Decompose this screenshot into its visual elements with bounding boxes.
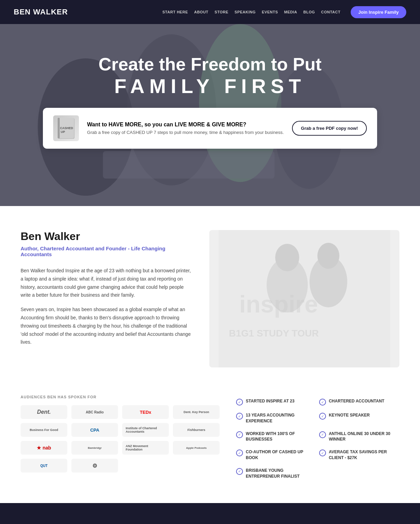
logo-dent: Dent. [21, 405, 67, 419]
hero-text: Create the Freedom to Put FAMILY FIRST [98, 54, 322, 98]
hero-section: Create the Freedom to Put FAMILY FIRST C… [0, 24, 420, 206]
logo-apple-podcasts: Apple Podcasts [173, 441, 220, 455]
main-nav: START HERE ABOUT STORE SPEAKING EVENTS M… [162, 10, 340, 14]
book-icon: CASHED UP [53, 115, 79, 141]
nav-store[interactable]: STORE [214, 10, 228, 14]
join-inspire-family-button[interactable]: Join Inspire Family [351, 6, 406, 18]
cta-headline: Want to HAVE MORE, so you can LIVE MORE … [87, 122, 284, 128]
svg-text:B1G1 STUDY TOUR: B1G1 STUDY TOUR [229, 328, 319, 339]
checkmark-icon: ✓ [236, 468, 243, 475]
stat-text: CHARTERED ACCOUNTANT [329, 398, 384, 404]
stat-text: 13 YEARS ACCOUNTING EXPERIENCE [246, 412, 314, 424]
checkmark-icon: ✓ [319, 431, 326, 438]
about-name: Ben Walker [21, 230, 192, 243]
logo-bfg: Business For Good [21, 423, 67, 437]
logo-abc: ABC Radio [71, 405, 118, 419]
logo-anz: ANZ Movement Foundation [122, 441, 169, 455]
logo-bambridgr: Bambridgr [71, 441, 118, 455]
checkmark-icon: ✓ [319, 413, 326, 420]
stat-item: ✓ AVERAGE TAX SAVINGS PER CLIENT - $27K [316, 446, 399, 464]
hero-line2: FAMILY FIRST [98, 75, 322, 98]
svg-rect-5 [103, 151, 275, 179]
checkmark-icon: ✓ [319, 449, 326, 456]
checkmark-icon: ✓ [236, 449, 243, 456]
stat-item: ✓ BRISBANE YOUNG ENTREPRENEUR FINALIST [233, 464, 316, 483]
checkmark-icon: ✓ [319, 399, 326, 406]
logo-qut: QUT [21, 459, 67, 472]
cta-banner: CASHED UP Want to HAVE MORE, so you can … [43, 108, 377, 149]
hero-line1: Create the Freedom to Put [98, 54, 322, 75]
stat-text: WORKED WITH 100'S OF BUSINESSES [246, 431, 314, 443]
checkmark-icon: ✓ [236, 413, 243, 420]
stat-text: STARTED INSPIRE AT 23 [246, 398, 294, 404]
stat-text: BRISBANE YOUNG ENTREPRENEUR FINALIST [246, 468, 314, 479]
about-title: Author, Chartered Accountant and Founder… [21, 246, 192, 257]
logos-grid: Dent. ABC Radio TEDx Dent. Key Person Bu… [21, 405, 220, 472]
header-right: START HERE ABOUT STORE SPEAKING EVENTS M… [162, 6, 406, 18]
nav-about[interactable]: ABOUT [194, 10, 209, 14]
stat-item: ✓ STARTED INSPIRE AT 23 [233, 395, 316, 409]
svg-rect-8 [58, 118, 60, 138]
svg-point-13 [275, 244, 299, 271]
stat-text: KEYNOTE SPEAKER [329, 412, 370, 418]
about-para1: Ben Walker founded Inspire at the age of… [21, 267, 192, 299]
svg-point-15 [317, 243, 339, 269]
nav-media[interactable]: MEDIA [284, 10, 297, 14]
svg-text:CASHED: CASHED [60, 126, 73, 130]
stat-text: AVERAGE TAX SAVINGS PER CLIENT - $27K [329, 449, 397, 461]
checkmark-icon: ✓ [236, 431, 243, 438]
footer-strip [0, 503, 420, 524]
stat-text: ANTHILL ONLINE 30 UNDER 30 WINNER [329, 431, 397, 443]
about-left: Ben Walker Author, Chartered Accountant … [21, 230, 192, 367]
cta-subtext: Grab a free copy of CASHED UP 7 steps to… [87, 130, 284, 135]
logo-tedx: TEDx [122, 405, 169, 419]
about-bg-image: inspire B1G1 STUDY TOUR [209, 230, 399, 367]
grab-pdf-button[interactable]: Grab a free PDF copy now! [292, 121, 367, 136]
logo-nab: ★ nab [21, 441, 67, 455]
stat-item: ✓ KEYNOTE SPEAKER [316, 409, 399, 428]
logo-misc: ⚙ [71, 459, 118, 472]
nav-blog[interactable]: BLOG [303, 10, 315, 14]
logo-cpa: CPA [71, 423, 118, 437]
site-logo: BEN WALKER [14, 8, 68, 16]
about-right-image: inspire B1G1 STUDY TOUR [209, 230, 399, 367]
about-section: Ben Walker Author, Chartered Accountant … [0, 206, 420, 385]
stat-text: CO-AUTHOR OF CASHED UP BOOK [246, 449, 314, 461]
nav-start-here[interactable]: START HERE [162, 10, 188, 14]
stat-item: ✓ ANTHILL ONLINE 30 UNDER 30 WINNER [316, 428, 399, 446]
stat-item: ✓ WORKED WITH 100'S OF BUSINESSES [233, 428, 316, 446]
logo-icaa: Institute of Chartered Accountants [122, 423, 169, 437]
logo-dent2: Dent. Key Person [173, 405, 220, 419]
audiences-label: AUDIENCES BEN HAS SPOKEN FOR [21, 395, 220, 399]
audiences-stats-section: AUDIENCES BEN HAS SPOKEN FOR Dent. ABC R… [0, 385, 420, 503]
nav-speaking[interactable]: SPEAKING [235, 10, 256, 14]
nav-events[interactable]: EVENTS [262, 10, 278, 14]
cta-text-block: Want to HAVE MORE, so you can LIVE MORE … [87, 122, 284, 135]
checkmark-icon: ✓ [236, 399, 243, 406]
svg-text:UP: UP [61, 130, 65, 134]
stats-col: ✓ STARTED INSPIRE AT 23 ✓ CHARTERED ACCO… [233, 395, 399, 482]
header: BEN WALKER START HERE ABOUT STORE SPEAKI… [0, 0, 420, 24]
about-para2: Seven years on, Inspire has been showcas… [21, 306, 192, 346]
audiences-col: AUDIENCES BEN HAS SPOKEN FOR Dent. ABC R… [21, 395, 220, 482]
stat-item: ✓ CHARTERED ACCOUNTANT [316, 395, 399, 409]
stat-item: ✓ CO-AUTHOR OF CASHED UP BOOK [233, 446, 316, 464]
svg-text:inspire: inspire [239, 291, 318, 318]
stat-item: ✓ 13 YEARS ACCOUNTING EXPERIENCE [233, 409, 316, 428]
logo-fishburners: Fishburners [173, 423, 220, 437]
nav-contact[interactable]: CONTACT [321, 10, 340, 14]
